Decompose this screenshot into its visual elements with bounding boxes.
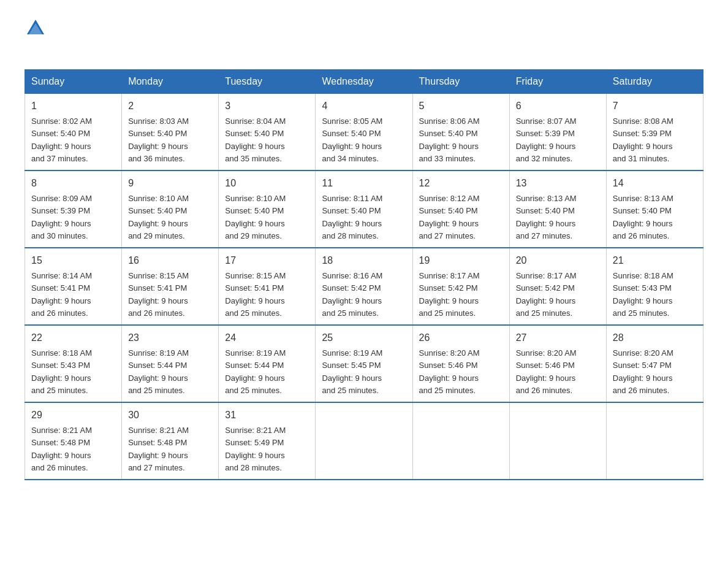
day-info: Sunrise: 8:10 AMSunset: 5:40 PMDaylight:…: [128, 194, 189, 240]
day-info: Sunrise: 8:21 AMSunset: 5:49 PMDaylight:…: [225, 426, 286, 472]
day-number: 13: [516, 176, 600, 191]
day-info: Sunrise: 8:08 AMSunset: 5:39 PMDaylight:…: [613, 117, 673, 163]
day-info: Sunrise: 8:19 AMSunset: 5:44 PMDaylight:…: [225, 348, 286, 395]
day-number: 20: [516, 253, 600, 268]
day-info: Sunrise: 8:14 AMSunset: 5:41 PMDaylight:…: [31, 271, 92, 318]
calendar-day-cell: 19 Sunrise: 8:17 AMSunset: 5:42 PMDaylig…: [412, 248, 509, 325]
day-number: 10: [225, 176, 309, 191]
header-thursday: Thursday: [412, 70, 509, 94]
page-header: [25, 18, 703, 57]
day-number: 22: [31, 331, 115, 345]
calendar-day-cell: 6 Sunrise: 8:07 AMSunset: 5:39 PMDayligh…: [509, 94, 606, 171]
calendar-day-cell: 30 Sunrise: 8:21 AMSunset: 5:48 PMDaylig…: [122, 402, 219, 480]
day-number: 3: [225, 99, 309, 113]
calendar-day-cell: 17 Sunrise: 8:15 AMSunset: 5:41 PMDaylig…: [219, 248, 316, 325]
day-info: Sunrise: 8:11 AMSunset: 5:40 PMDaylight:…: [322, 194, 382, 240]
header-sunday: Sunday: [25, 70, 122, 94]
day-info: Sunrise: 8:18 AMSunset: 5:43 PMDaylight:…: [613, 271, 673, 318]
day-info: Sunrise: 8:04 AMSunset: 5:40 PMDaylight:…: [225, 117, 286, 163]
calendar-day-cell: [606, 402, 703, 480]
calendar-day-cell: 13 Sunrise: 8:13 AMSunset: 5:40 PMDaylig…: [509, 170, 606, 248]
day-number: 16: [128, 253, 212, 268]
calendar-day-cell: 7 Sunrise: 8:08 AMSunset: 5:39 PMDayligh…: [606, 94, 703, 171]
day-info: Sunrise: 8:07 AMSunset: 5:39 PMDaylight:…: [516, 117, 577, 163]
calendar-day-cell: 10 Sunrise: 8:10 AMSunset: 5:40 PMDaylig…: [219, 170, 316, 248]
day-number: 4: [322, 99, 406, 113]
calendar-week-row: 15 Sunrise: 8:14 AMSunset: 5:41 PMDaylig…: [25, 248, 703, 325]
calendar-week-row: 22 Sunrise: 8:18 AMSunset: 5:43 PMDaylig…: [25, 325, 703, 402]
day-info: Sunrise: 8:15 AMSunset: 5:41 PMDaylight:…: [225, 271, 286, 318]
day-number: 28: [613, 331, 697, 345]
day-info: Sunrise: 8:02 AMSunset: 5:40 PMDaylight:…: [31, 117, 92, 163]
calendar-day-cell: 3 Sunrise: 8:04 AMSunset: 5:40 PMDayligh…: [219, 94, 316, 171]
calendar-table: SundayMondayTuesdayWednesdayThursdayFrid…: [25, 69, 703, 480]
day-number: 27: [516, 331, 600, 345]
day-number: 1: [31, 99, 115, 113]
calendar-day-cell: 4 Sunrise: 8:05 AMSunset: 5:40 PMDayligh…: [316, 94, 412, 171]
header-wednesday: Wednesday: [316, 70, 412, 94]
day-info: Sunrise: 8:20 AMSunset: 5:46 PMDaylight:…: [419, 348, 480, 395]
day-info: Sunrise: 8:18 AMSunset: 5:43 PMDaylight:…: [31, 348, 92, 395]
calendar-day-cell: 27 Sunrise: 8:20 AMSunset: 5:46 PMDaylig…: [509, 325, 606, 402]
calendar-day-cell: 18 Sunrise: 8:16 AMSunset: 5:42 PMDaylig…: [316, 248, 412, 325]
day-info: Sunrise: 8:10 AMSunset: 5:40 PMDaylight:…: [225, 194, 286, 240]
calendar-day-cell: 15 Sunrise: 8:14 AMSunset: 5:41 PMDaylig…: [25, 248, 122, 325]
day-number: 23: [128, 331, 212, 345]
day-number: 9: [128, 176, 212, 191]
day-number: 29: [31, 408, 115, 423]
day-info: Sunrise: 8:03 AMSunset: 5:40 PMDaylight:…: [128, 117, 189, 163]
logo-icon: [26, 17, 45, 37]
day-number: 8: [31, 176, 115, 191]
calendar-week-row: 8 Sunrise: 8:09 AMSunset: 5:39 PMDayligh…: [25, 170, 703, 248]
calendar-day-cell: 2 Sunrise: 8:03 AMSunset: 5:40 PMDayligh…: [122, 94, 219, 171]
day-number: 24: [225, 331, 309, 345]
day-number: 30: [128, 408, 212, 423]
day-number: 15: [31, 253, 115, 268]
calendar-day-cell: 14 Sunrise: 8:13 AMSunset: 5:40 PMDaylig…: [606, 170, 703, 248]
calendar-day-cell: 24 Sunrise: 8:19 AMSunset: 5:44 PMDaylig…: [219, 325, 316, 402]
calendar-day-cell: 11 Sunrise: 8:11 AMSunset: 5:40 PMDaylig…: [316, 170, 412, 248]
day-number: 11: [322, 176, 406, 191]
calendar-day-cell: 21 Sunrise: 8:18 AMSunset: 5:43 PMDaylig…: [606, 248, 703, 325]
calendar-day-cell: 26 Sunrise: 8:20 AMSunset: 5:46 PMDaylig…: [412, 325, 509, 402]
calendar-header-row: SundayMondayTuesdayWednesdayThursdayFrid…: [25, 70, 703, 94]
day-info: Sunrise: 8:20 AMSunset: 5:47 PMDaylight:…: [613, 348, 673, 395]
day-number: 21: [613, 253, 697, 268]
logo: [25, 18, 47, 57]
day-info: Sunrise: 8:13 AMSunset: 5:40 PMDaylight:…: [613, 194, 673, 240]
day-info: Sunrise: 8:09 AMSunset: 5:39 PMDaylight:…: [31, 194, 92, 240]
day-number: 26: [419, 331, 503, 345]
day-number: 25: [322, 331, 406, 345]
day-number: 17: [225, 253, 309, 268]
header-saturday: Saturday: [606, 70, 703, 94]
day-number: 5: [419, 99, 503, 113]
calendar-day-cell: 1 Sunrise: 8:02 AMSunset: 5:40 PMDayligh…: [25, 94, 122, 171]
calendar-day-cell: 8 Sunrise: 8:09 AMSunset: 5:39 PMDayligh…: [25, 170, 122, 248]
day-info: Sunrise: 8:15 AMSunset: 5:41 PMDaylight:…: [128, 271, 189, 318]
calendar-day-cell: [509, 402, 606, 480]
day-number: 19: [419, 253, 503, 268]
calendar-day-cell: 29 Sunrise: 8:21 AMSunset: 5:48 PMDaylig…: [25, 402, 122, 480]
calendar-day-cell: 25 Sunrise: 8:19 AMSunset: 5:45 PMDaylig…: [316, 325, 412, 402]
calendar-day-cell: 5 Sunrise: 8:06 AMSunset: 5:40 PMDayligh…: [412, 94, 509, 171]
day-number: 14: [613, 176, 697, 191]
calendar-day-cell: 28 Sunrise: 8:20 AMSunset: 5:47 PMDaylig…: [606, 325, 703, 402]
day-info: Sunrise: 8:12 AMSunset: 5:40 PMDaylight:…: [419, 194, 480, 240]
day-number: 7: [613, 99, 697, 113]
day-info: Sunrise: 8:13 AMSunset: 5:40 PMDaylight:…: [516, 194, 577, 240]
day-number: 18: [322, 253, 406, 268]
day-info: Sunrise: 8:21 AMSunset: 5:48 PMDaylight:…: [31, 426, 92, 472]
calendar-day-cell: 31 Sunrise: 8:21 AMSunset: 5:49 PMDaylig…: [219, 402, 316, 480]
header-monday: Monday: [122, 70, 219, 94]
day-number: 2: [128, 99, 212, 113]
header-tuesday: Tuesday: [219, 70, 316, 94]
calendar-day-cell: 23 Sunrise: 8:19 AMSunset: 5:44 PMDaylig…: [122, 325, 219, 402]
calendar-week-row: 29 Sunrise: 8:21 AMSunset: 5:48 PMDaylig…: [25, 402, 703, 480]
calendar-week-row: 1 Sunrise: 8:02 AMSunset: 5:40 PMDayligh…: [25, 94, 703, 171]
day-info: Sunrise: 8:17 AMSunset: 5:42 PMDaylight:…: [419, 271, 480, 318]
calendar-day-cell: 22 Sunrise: 8:18 AMSunset: 5:43 PMDaylig…: [25, 325, 122, 402]
day-info: Sunrise: 8:17 AMSunset: 5:42 PMDaylight:…: [516, 271, 577, 318]
day-info: Sunrise: 8:16 AMSunset: 5:42 PMDaylight:…: [322, 271, 382, 318]
calendar-day-cell: [316, 402, 412, 480]
calendar-day-cell: 20 Sunrise: 8:17 AMSunset: 5:42 PMDaylig…: [509, 248, 606, 325]
